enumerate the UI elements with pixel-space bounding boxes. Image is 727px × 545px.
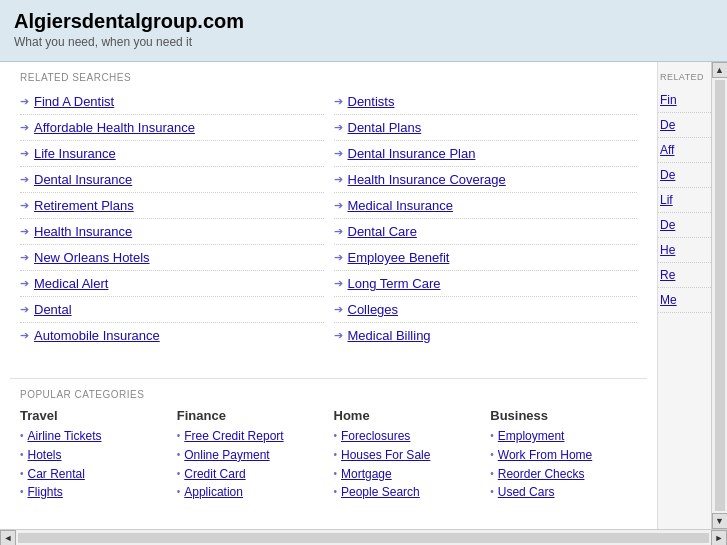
bullet-icon: • (490, 468, 494, 479)
search-link[interactable]: Life Insurance (34, 146, 116, 161)
arrow-icon: ➔ (20, 329, 29, 342)
search-link[interactable]: Retirement Plans (34, 198, 134, 213)
popular-link[interactable]: Work From Home (498, 447, 592, 464)
search-link[interactable]: Find A Dentist (34, 94, 114, 109)
popular-col-title: Finance (177, 408, 324, 423)
popular-col-title: Travel (20, 408, 167, 423)
scroll-left-button[interactable]: ◄ (0, 530, 16, 546)
list-item: ➔ Find A Dentist (20, 89, 324, 115)
search-link[interactable]: Medical Insurance (348, 198, 454, 213)
sidebar-item[interactable]: Fin (658, 88, 711, 113)
popular-link[interactable]: Houses For Sale (341, 447, 430, 464)
search-link[interactable]: Automobile Insurance (34, 328, 160, 343)
arrow-icon: ➔ (20, 95, 29, 108)
list-item: • Foreclosures (334, 428, 481, 445)
search-columns: ➔ Find A Dentist ➔ Affordable Health Ins… (10, 89, 647, 358)
list-item: ➔ Affordable Health Insurance (20, 115, 324, 141)
bullet-icon: • (20, 468, 24, 479)
arrow-icon: ➔ (20, 199, 29, 212)
list-item: ➔ Medical Alert (20, 271, 324, 297)
arrow-icon: ➔ (20, 303, 29, 316)
popular-col-title: Home (334, 408, 481, 423)
list-item: ➔ New Orleans Hotels (20, 245, 324, 271)
search-link[interactable]: New Orleans Hotels (34, 250, 150, 265)
popular-link[interactable]: Application (184, 484, 243, 501)
scroll-down-button[interactable]: ▼ (712, 513, 728, 529)
popular-link[interactable]: Employment (498, 428, 565, 445)
search-link[interactable]: Long Term Care (348, 276, 441, 291)
bullet-icon: • (334, 430, 338, 441)
list-item: • Car Rental (20, 466, 167, 483)
search-link[interactable]: Dental Insurance (34, 172, 132, 187)
search-link[interactable]: Dental (34, 302, 72, 317)
sidebar-item[interactable]: Aff (658, 138, 711, 163)
search-link[interactable]: Dental Care (348, 224, 417, 239)
arrow-icon: ➔ (20, 173, 29, 186)
popular-link[interactable]: Free Credit Report (184, 428, 283, 445)
arrow-icon: ➔ (20, 121, 29, 134)
list-item: • Mortgage (334, 466, 481, 483)
popular-col-business: Business • Employment • Work From Home •… (490, 408, 637, 503)
header: Algiersdentalgroup.com What you need, wh… (0, 0, 727, 62)
scroll-up-button[interactable]: ▲ (712, 62, 728, 78)
sidebar-item[interactable]: De (658, 213, 711, 238)
vertical-scrollbar: ▲ ▼ (711, 62, 727, 529)
search-link[interactable]: Medical Billing (348, 328, 431, 343)
sidebar-item[interactable]: Me (658, 288, 711, 313)
popular-link[interactable]: Foreclosures (341, 428, 410, 445)
popular-link[interactable]: Reorder Checks (498, 466, 585, 483)
list-item: ➔ Employee Benefit (334, 245, 638, 271)
search-link[interactable]: Health Insurance (34, 224, 132, 239)
bullet-icon: • (490, 430, 494, 441)
popular-link[interactable]: Credit Card (184, 466, 245, 483)
bullet-icon: • (334, 468, 338, 479)
bullet-icon: • (334, 486, 338, 497)
popular-columns: Travel • Airline Tickets • Hotels • Car … (20, 408, 637, 503)
list-item: ➔ Health Insurance (20, 219, 324, 245)
bullet-icon: • (177, 468, 181, 479)
search-link[interactable]: Dental Plans (348, 120, 422, 135)
search-link[interactable]: Dentists (348, 94, 395, 109)
arrow-icon: ➔ (334, 277, 343, 290)
list-item: ➔ Dental Insurance Plan (334, 141, 638, 167)
list-item: • Credit Card (177, 466, 324, 483)
arrow-icon: ➔ (334, 225, 343, 238)
sidebar-item[interactable]: Lif (658, 188, 711, 213)
scroll-right-button[interactable]: ► (711, 530, 727, 546)
list-item: • Work From Home (490, 447, 637, 464)
list-item: • Application (177, 484, 324, 501)
search-link[interactable]: Health Insurance Coverage (348, 172, 506, 187)
list-item: • Houses For Sale (334, 447, 481, 464)
popular-link[interactable]: Flights (28, 484, 63, 501)
arrow-icon: ➔ (334, 147, 343, 160)
popular-link[interactable]: Online Payment (184, 447, 269, 464)
search-link[interactable]: Colleges (348, 302, 399, 317)
popular-link[interactable]: Mortgage (341, 466, 392, 483)
popular-link[interactable]: Car Rental (28, 466, 85, 483)
search-link[interactable]: Dental Insurance Plan (348, 146, 476, 161)
list-item: ➔ Retirement Plans (20, 193, 324, 219)
list-item: • Used Cars (490, 484, 637, 501)
scroll-track-horizontal[interactable] (18, 533, 709, 543)
sidebar-item[interactable]: De (658, 163, 711, 188)
list-item: ➔ Automobile Insurance (20, 323, 324, 348)
page-container: Algiersdentalgroup.com What you need, wh… (0, 0, 727, 545)
popular-link[interactable]: Airline Tickets (28, 428, 102, 445)
popular-link[interactable]: Used Cars (498, 484, 555, 501)
search-link[interactable]: Employee Benefit (348, 250, 450, 265)
search-link[interactable]: Affordable Health Insurance (34, 120, 195, 135)
list-item: • People Search (334, 484, 481, 501)
popular-section: POPULAR CATEGORIES Travel • Airline Tick… (10, 378, 647, 503)
popular-link[interactable]: Hotels (28, 447, 62, 464)
arrow-icon: ➔ (334, 121, 343, 134)
bullet-icon: • (334, 449, 338, 460)
site-title: Algiersdentalgroup.com (14, 10, 713, 33)
list-item: • Airline Tickets (20, 428, 167, 445)
search-link[interactable]: Medical Alert (34, 276, 108, 291)
sidebar-item[interactable]: He (658, 238, 711, 263)
sidebar-item[interactable]: Re (658, 263, 711, 288)
popular-link[interactable]: People Search (341, 484, 420, 501)
sidebar-item[interactable]: De (658, 113, 711, 138)
scroll-track-vertical[interactable] (715, 80, 725, 511)
bullet-icon: • (177, 430, 181, 441)
